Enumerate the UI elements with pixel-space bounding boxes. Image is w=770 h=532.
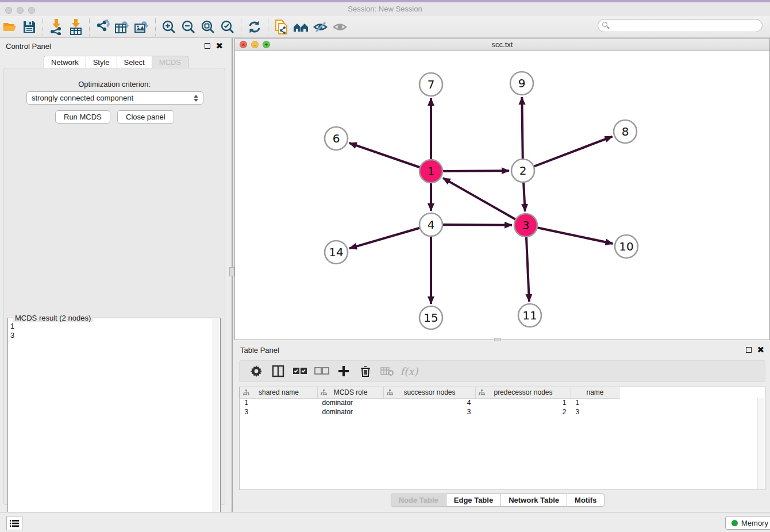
unselect-all-columns-icon[interactable] [311,362,333,380]
svg-text:8: 8 [622,125,629,138]
col-successor-nodes[interactable]: successor nodes [384,387,476,398]
node-table: shared name MCDS role successor nodes pr… [239,387,765,490]
close-panel-icon[interactable]: ✖ [757,347,764,353]
edge-2-8[interactable] [523,137,613,171]
zoom-selected-icon[interactable] [218,18,237,36]
open-file-icon[interactable] [0,18,20,36]
cell-shared-name[interactable]: 3 [240,407,318,417]
export-network-icon[interactable] [93,18,113,36]
cell-mcds-role[interactable]: dominator [318,407,384,417]
search-field[interactable] [598,19,763,32]
tab-select[interactable]: Select [117,56,152,69]
search-input[interactable] [598,19,763,32]
zoom-fit-icon[interactable] [198,18,218,36]
network-traffic-lights[interactable]: × – + [240,41,270,48]
mcds-result-box: MCDS result (2 nodes) 13 [7,318,221,532]
result-scrollbar[interactable] [213,319,220,532]
zoom-icon[interactable]: + [263,41,270,48]
tab-network-table[interactable]: Network Table [500,494,567,507]
delete-column-icon[interactable] [355,362,376,380]
graph-node-11[interactable]: 11 [518,304,541,327]
col-predecessor-nodes[interactable]: predecessor nodes [476,387,571,398]
close-icon[interactable] [5,7,12,14]
refresh-icon[interactable] [245,18,264,36]
cell-predecessor-nodes[interactable]: 1 [476,398,571,407]
table-row[interactable]: 1 dominator 4 1 1 [240,398,619,407]
cell-predecessor-nodes[interactable]: 2 [476,407,571,417]
col-name[interactable]: name [571,387,619,398]
close-panel-icon[interactable]: ✖ [215,43,223,49]
cell-name[interactable]: 1 [571,398,619,407]
graph-node-6[interactable]: 6 [325,127,348,150]
toolbar-separator [155,18,156,36]
save-session-icon[interactable] [20,18,39,36]
cell-successor-nodes[interactable]: 3 [384,407,476,417]
criterion-select[interactable]: strongly connected component [26,91,203,105]
network-graph-canvas[interactable]: 1234678910111415 [235,51,769,340]
close-panel-button[interactable]: Close panel [117,110,174,124]
tab-style[interactable]: Style [86,56,117,69]
edge-3-10[interactable] [526,225,613,244]
settings-gear-icon[interactable] [245,362,267,380]
export-table-icon[interactable] [113,18,132,36]
minimize-icon[interactable]: – [251,41,259,48]
edge-1-6[interactable] [349,143,431,171]
graph-node-1[interactable]: 1 [419,160,442,183]
graph-node-3[interactable]: 3 [514,214,537,237]
table-scrollbar[interactable] [757,398,764,489]
main-traffic-lights[interactable] [5,7,35,14]
run-mcds-button[interactable]: Run MCDS [55,110,110,124]
cell-name[interactable]: 3 [571,407,619,417]
close-icon[interactable]: × [240,41,247,48]
col-shared-name[interactable]: shared name [240,387,318,398]
table-panel-tabs: Node Table Edge Table Network Table Moti… [234,494,761,507]
vertical-splitter-grip[interactable] [229,267,234,276]
tab-node-table[interactable]: Node Table [391,494,446,507]
minimize-icon[interactable] [17,7,24,14]
col-mcds-role[interactable]: MCDS role [318,387,384,398]
tab-edge-table[interactable]: Edge Table [446,494,500,507]
clone-network-icon[interactable] [272,18,291,36]
graph-node-7[interactable]: 7 [419,73,442,96]
graph-node-10[interactable]: 10 [615,235,638,258]
svg-text:7: 7 [428,78,435,91]
graph-node-9[interactable]: 9 [510,72,533,95]
graph-node-2[interactable]: 2 [511,159,534,182]
status-bar: Memory [0,512,770,532]
zoom-in-icon[interactable] [159,18,179,36]
first-neighbors-icon[interactable] [291,18,311,36]
add-column-icon[interactable] [333,362,355,380]
hide-selected-icon[interactable] [311,18,330,36]
export-image-icon[interactable] [132,18,152,36]
graph-node-8[interactable]: 8 [614,120,637,143]
horizontal-splitter-grip[interactable] [494,338,501,341]
cell-successor-nodes[interactable]: 4 [384,398,476,407]
select-all-columns-icon[interactable] [289,362,311,380]
show-all-icon[interactable] [330,18,350,36]
show-columns-icon[interactable] [267,362,289,380]
table-row[interactable]: 3 dominator 3 2 3 [240,407,619,417]
network-window-titlebar[interactable]: × – + scc.txt [235,38,769,51]
delete-table-icon[interactable] [376,362,398,380]
zoom-out-icon[interactable] [179,18,198,36]
cell-shared-name[interactable]: 1 [240,398,318,407]
table-panel: Table Panel ✖ f(x) shared [234,342,770,512]
edge-4-14[interactable] [349,225,431,248]
tab-network[interactable]: Network [44,56,86,69]
import-network-icon[interactable] [47,18,66,36]
function-builder-icon[interactable]: f(x) [398,362,420,380]
graph-node-14[interactable]: 14 [325,241,348,264]
svg-text:15: 15 [424,311,438,325]
graph-node-15[interactable]: 15 [419,306,442,329]
float-panel-icon[interactable] [205,43,210,49]
tab-motifs[interactable]: Motifs [567,494,605,507]
import-table-icon[interactable] [66,18,86,36]
task-history-button[interactable] [6,516,22,530]
graph-node-4[interactable]: 4 [419,213,442,236]
float-panel-icon[interactable] [746,347,752,353]
edge-3-1[interactable] [443,178,526,225]
tab-mcds[interactable]: MCDS [152,56,188,69]
cell-mcds-role[interactable]: dominator [318,398,384,407]
memory-button[interactable]: Memory [725,516,770,530]
zoom-icon[interactable] [28,7,35,14]
